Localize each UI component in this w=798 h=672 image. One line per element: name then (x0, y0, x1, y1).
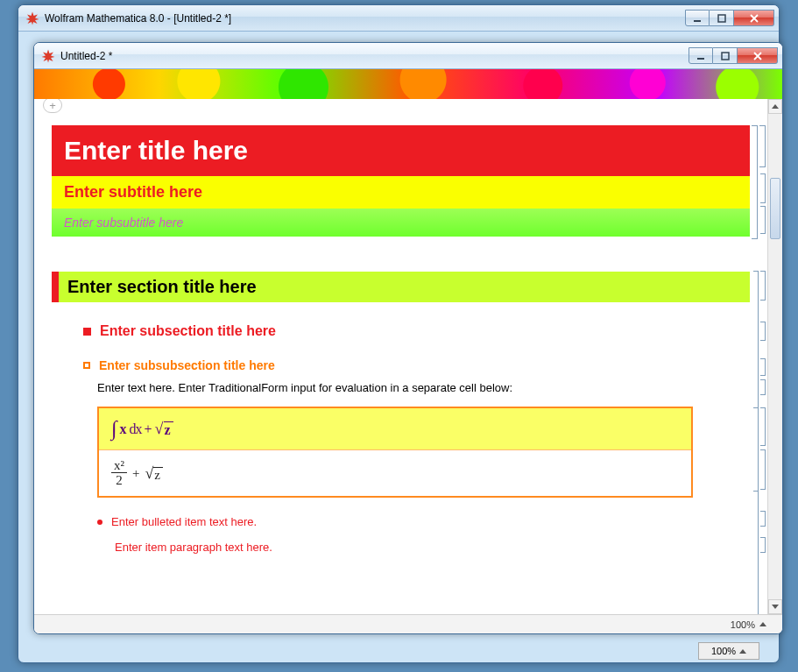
svg-marker-0 (26, 11, 39, 25)
svg-rect-1 (694, 20, 701, 22)
cell-bracket[interactable] (760, 511, 766, 527)
caret-up-icon (739, 649, 746, 654)
plus-symbol: + (132, 466, 139, 481)
cell-bracket[interactable] (760, 173, 766, 203)
scroll-up-button[interactable] (768, 99, 782, 114)
wolfram-icon (25, 11, 39, 25)
sqrt-expression: √ z (145, 464, 163, 483)
zoom-value[interactable]: 100% (731, 619, 755, 630)
subtitle-cell[interactable]: Enter subtitle here (52, 176, 750, 209)
cell-bracket[interactable] (760, 322, 766, 341)
variable-z: z (164, 421, 173, 438)
stylesheet-banner (34, 69, 782, 99)
notebook-window-title: Untitled-2 * (60, 50, 112, 62)
input-cell[interactable]: ∫ x dx + √ z (99, 408, 691, 450)
bullet-dot-icon (97, 520, 102, 525)
close-button[interactable] (734, 10, 774, 26)
main-window-controls (685, 10, 774, 26)
item-paragraph-cell[interactable]: Enter item paragraph text here. (115, 541, 750, 554)
radical-symbol: √ (155, 420, 164, 438)
wolfram-icon (41, 49, 55, 63)
notebook-titlebar[interactable]: Untitled-2 * (34, 43, 782, 69)
back-zoom-indicator[interactable]: 100% (698, 642, 759, 660)
vertical-scrollbar[interactable] (767, 99, 782, 614)
variable-x: x (120, 421, 127, 437)
close-button[interactable] (738, 47, 778, 64)
differential-dx: dx (130, 421, 142, 437)
caret-up-icon[interactable] (759, 622, 766, 626)
svg-marker-3 (42, 49, 55, 62)
main-window-title: Wolfram Mathematica 8.0 - [Untitled-2 *] (45, 12, 231, 25)
output-cell[interactable]: x² 2 + √ z (99, 450, 691, 496)
minimize-button[interactable] (685, 10, 710, 26)
cell-bracket[interactable] (760, 537, 766, 553)
cell-bracket[interactable] (760, 358, 766, 376)
notebook-window-controls (689, 47, 778, 64)
notebook-statusbar: 100% (34, 614, 782, 633)
main-titlebar[interactable]: Wolfram Mathematica 8.0 - [Untitled-2 *] (18, 5, 779, 32)
bullet-label: Enter bulleted item text here. (111, 515, 257, 528)
subsubtitle-cell[interactable]: Enter subsubtitle here (52, 209, 750, 237)
formula-group: ∫ x dx + √ z x² 2 + √ (97, 407, 693, 498)
minimize-button[interactable] (689, 47, 713, 64)
text-cell[interactable]: Enter text here. Enter TraditionalForm i… (97, 381, 750, 394)
variable-z: z (153, 467, 163, 483)
cell-bracket[interactable] (760, 206, 766, 234)
add-cell-button[interactable]: + (43, 99, 62, 113)
subsubsection-cell[interactable]: Enter subsubsection title here (83, 358, 750, 372)
section-cell[interactable]: Enter section title here (52, 272, 750, 302)
cell-bracket[interactable] (760, 379, 766, 395)
subsection-label: Enter subsection title here (100, 323, 276, 339)
denominator: 2 (116, 473, 123, 487)
maximize-button[interactable] (713, 47, 738, 64)
sqrt-expression: √ z (155, 420, 173, 438)
notebook-window: Untitled-2 * + Enter title here Enter su… (33, 42, 783, 634)
numerator: x² (111, 459, 127, 473)
hollow-square-bullet-icon (83, 362, 90, 369)
notebook-content[interactable]: + Enter title here Enter subtitle here E… (34, 99, 767, 614)
radical-symbol: √ (145, 464, 153, 483)
plus-symbol: + (145, 421, 152, 437)
cell-bracket[interactable] (760, 449, 766, 490)
svg-rect-2 (718, 15, 725, 22)
maximize-button[interactable] (710, 10, 734, 26)
fraction: x² 2 (111, 459, 127, 487)
back-zoom-value: 100% (711, 646, 736, 656)
subsection-cell[interactable]: Enter subsection title here (83, 323, 750, 339)
svg-rect-5 (722, 53, 729, 60)
title-cell[interactable]: Enter title here (52, 125, 750, 176)
bulleted-item-cell[interactable]: Enter bulleted item text here. (97, 515, 750, 528)
svg-rect-4 (697, 58, 704, 60)
integral-symbol: ∫ (111, 417, 117, 441)
subsubsection-label: Enter subsubsection title here (99, 358, 275, 372)
scroll-thumb[interactable] (770, 178, 780, 239)
scroll-down-button[interactable] (768, 599, 782, 614)
square-bullet-icon (83, 328, 91, 336)
